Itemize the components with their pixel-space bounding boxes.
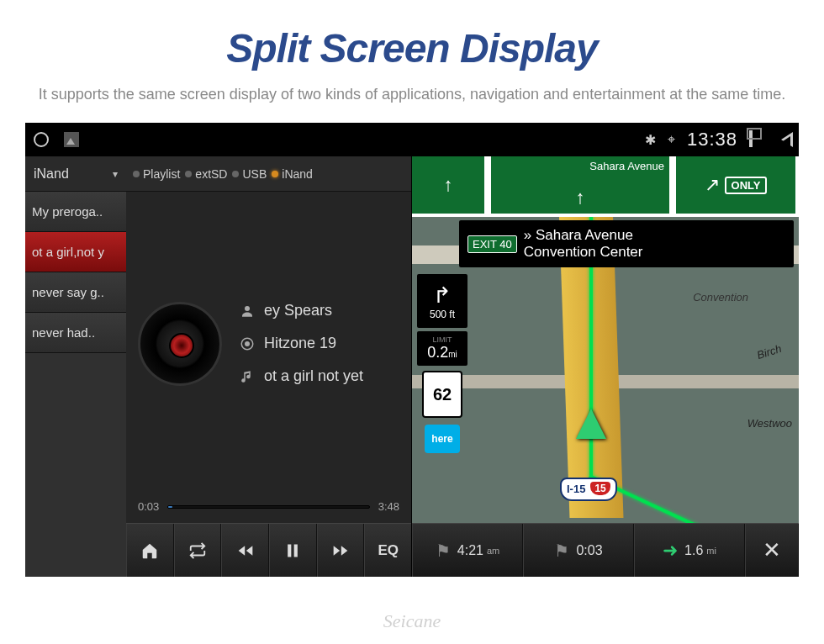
status-time: 13:38 — [687, 129, 737, 150]
close-nav-button[interactable]: ✕ — [745, 524, 799, 577]
hero-title: Split Screen Display — [34, 25, 790, 71]
banner-line1: » Sahara Avenue — [524, 227, 643, 244]
source-tabs: Playlist extSD USB iNand — [126, 156, 411, 192]
recents-icon[interactable] — [749, 132, 769, 147]
album-art-icon[interactable] — [138, 302, 222, 386]
home-button[interactable] — [126, 524, 174, 577]
back-icon[interactable] — [781, 132, 790, 147]
eq-button[interactable]: EQ — [364, 524, 411, 577]
svg-rect-3 — [288, 544, 292, 557]
turn-arrow-icon: ↱ — [433, 282, 452, 309]
street-label: Birch — [756, 342, 784, 362]
seek-elapsed: 0:03 — [138, 500, 159, 513]
prev-track-button[interactable] — [221, 524, 269, 577]
sign-lane-left: ↑ — [412, 156, 488, 217]
svg-point-0 — [245, 306, 250, 311]
guidance-column: ↱ 500 ft LIMIT 0.2mi 62 here — [417, 274, 467, 455]
source-tab-inand[interactable]: iNand — [272, 167, 313, 181]
sign-lane-center: Sahara Avenue ↑ — [488, 156, 673, 217]
lane-up-icon: ↑ — [444, 174, 453, 196]
playlist-item[interactable]: never say g.. — [25, 272, 126, 313]
location-icon: ⌖ — [668, 132, 675, 147]
highway-shield: I-15 15 — [560, 478, 617, 501]
now-playing: ey Spears Hitzone 19 — [126, 192, 411, 495]
album-icon — [239, 335, 256, 352]
source-dropdown[interactable]: iNand ▾ — [25, 156, 126, 192]
street-label: Westwoo — [747, 417, 792, 430]
svg-rect-4 — [294, 544, 298, 557]
remaining-cell[interactable]: ➜ 1.6mi — [634, 524, 745, 577]
track-label: ot a girl not yet — [264, 367, 363, 385]
bluetooth-icon: ✱ — [645, 132, 656, 148]
seek-bar[interactable] — [167, 505, 369, 509]
eta-cell[interactable]: ⚑ 4:21am — [412, 524, 523, 577]
source-tab-extsd[interactable]: extSD — [185, 167, 227, 181]
repeat-button[interactable] — [174, 524, 222, 577]
hero-subtitle: It supports the same screen display of t… — [34, 83, 790, 106]
device-frame: ✱ ⌖ 13:38 iNand ▾ My preroga.. — [25, 123, 799, 577]
pause-button[interactable] — [269, 524, 317, 577]
vehicle-cursor-icon — [576, 409, 606, 439]
route-arrow-icon: ➜ — [663, 540, 678, 562]
direction-banner: EXIT 40 » Sahara Avenue Convention Cente… — [459, 220, 794, 267]
overhead-signs: ↑ Sahara Avenue ↑ ↗ ONLY — [412, 156, 799, 217]
source-tab-playlist[interactable]: Playlist — [133, 167, 180, 181]
playlist-column: iNand ▾ My preroga.. ot a girl,not y nev… — [25, 156, 126, 577]
street-label: Convention — [693, 291, 748, 304]
svg-point-2 — [246, 341, 250, 346]
only-badge: ONLY — [725, 177, 768, 194]
speed-limit-sign: 62 — [422, 371, 462, 418]
status-bar: ✱ ⌖ 13:38 — [25, 123, 799, 156]
next-track-button[interactable] — [317, 524, 365, 577]
playlist-item[interactable]: never had.. — [25, 313, 126, 353]
artist-label: ey Spears — [264, 302, 332, 319]
music-pane: iNand ▾ My preroga.. ot a girl,not y nev… — [25, 156, 412, 577]
distance-box: LIMIT 0.2mi — [417, 331, 467, 366]
close-icon: ✕ — [763, 537, 781, 563]
album-label: Hitzone 19 — [264, 335, 336, 352]
playlist-item-label: My preroga.. — [32, 204, 103, 219]
elapsed-cell[interactable]: ⚑ 0:03 — [523, 524, 634, 577]
playlist-item-label: never say g.. — [32, 285, 104, 299]
sign-lane-right: ↗ ONLY — [673, 156, 799, 217]
music-controls: EQ — [126, 523, 411, 577]
playlist-item-label: ot a girl,not y — [32, 245, 104, 259]
exit-badge: EXIT 40 — [467, 235, 517, 253]
lane-exit-icon: ↗ — [705, 174, 720, 196]
gallery-icon[interactable] — [64, 132, 79, 147]
playlist-item[interactable]: ot a girl,not y — [25, 232, 126, 272]
nav-bottom-bar: ⚑ 4:21am ⚑ 0:03 ➜ 1.6mi ✕ — [412, 523, 799, 577]
home-circle-icon[interactable] — [34, 132, 49, 147]
flag-icon: ⚑ — [436, 541, 451, 561]
next-turn-box: ↱ 500 ft — [417, 274, 467, 328]
playlist-item[interactable]: My preroga.. — [25, 192, 126, 232]
seek-total: 3:48 — [378, 500, 399, 513]
map-surface[interactable]: Birch Westwoo Convention I-15 15 — [412, 156, 799, 577]
navigation-pane: Birch Westwoo Convention I-15 15 ↑ Sahar… — [412, 156, 799, 577]
chevron-down-icon: ▾ — [113, 168, 118, 180]
source-tab-usb[interactable]: USB — [232, 167, 267, 181]
flag-icon: ⚑ — [554, 541, 569, 561]
banner-line2: Convention Center — [524, 244, 643, 261]
watermark: Seicane — [383, 610, 441, 632]
track-icon — [239, 368, 256, 385]
artist-icon — [239, 303, 256, 319]
playlist-item-label: never had.. — [32, 325, 95, 340]
source-selected-label: iNand — [34, 166, 69, 182]
here-logo-icon: here — [425, 425, 460, 453]
lane-up-icon: ↑ — [576, 187, 585, 209]
seek-bar-row: 0:03 3:48 — [126, 495, 411, 523]
